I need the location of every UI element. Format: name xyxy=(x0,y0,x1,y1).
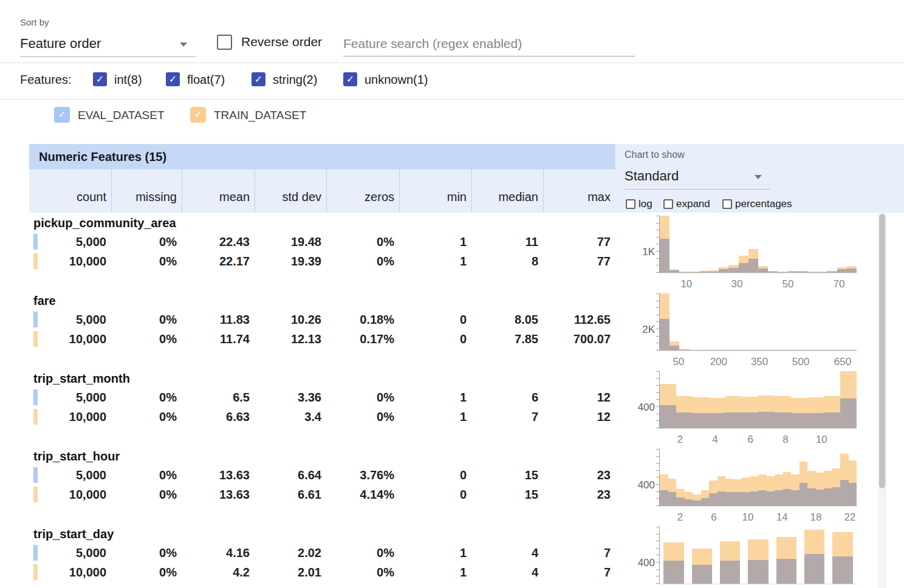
feature-block-trip_start_day: trip_start_day5,0000%4.162.020%14710,000… xyxy=(0,525,904,588)
stat-value: 7 xyxy=(532,410,538,424)
x-axis-tick-label: 200 xyxy=(710,356,727,368)
stat-zeros: 0% xyxy=(326,232,399,251)
column-header-mean: mean xyxy=(182,169,255,213)
histogram-bar-eval xyxy=(692,565,712,584)
x-axis-tick-label: 4 xyxy=(712,434,717,446)
stat-value: 4.2 xyxy=(233,566,250,579)
facets-overview-page: Sort by Feature order Reverse order Feat… xyxy=(0,0,904,588)
chart-type-value: Standard xyxy=(625,168,679,184)
y-axis-tick xyxy=(656,223,659,224)
histogram-bar-eval xyxy=(817,272,827,273)
stat-min: 1 xyxy=(399,407,471,426)
reverse-order-checkbox[interactable] xyxy=(217,35,232,50)
stat-median: 15 xyxy=(471,465,543,485)
percentages-checkbox[interactable] xyxy=(722,199,732,209)
stat-min: 0 xyxy=(399,465,471,485)
check-icon: ✓ xyxy=(194,110,202,120)
expand-checkbox[interactable] xyxy=(663,199,673,209)
histogram-bar-eval xyxy=(676,497,685,506)
feature-type-checkbox-unknown[interactable]: ✓ xyxy=(343,72,357,86)
stat-row-train: 10,0000%6.633.40%1712 xyxy=(29,407,615,426)
stat-mean: 11.83 xyxy=(182,310,255,329)
stat-row-eval: 5,0000%6.53.360%1612 xyxy=(29,388,615,407)
stat-std-dev: 6.61 xyxy=(255,485,326,504)
stat-row-train: 10,0000%13.636.614.14%01523 xyxy=(29,485,615,504)
y-axis-tick xyxy=(656,251,659,251)
stat-value: 77 xyxy=(597,255,611,268)
scrollbar-thumb[interactable] xyxy=(879,214,885,488)
stat-value: 19.39 xyxy=(291,255,321,268)
stat-zeros: 0% xyxy=(326,388,399,407)
feature-stats: trip_start_hour5,0000%13.636.643.76%0152… xyxy=(29,447,615,504)
chart-type-dropdown[interactable]: Standard xyxy=(625,164,770,190)
stat-value: 0.18% xyxy=(360,313,394,327)
stat-value: 3.4 xyxy=(304,410,321,424)
stat-value: 12.13 xyxy=(291,332,321,346)
y-axis-tick xyxy=(656,336,659,337)
stat-value: 0% xyxy=(377,391,394,405)
sort-by-dropdown[interactable]: Feature order xyxy=(20,30,196,57)
stat-value: 1 xyxy=(460,391,467,405)
stat-median: 11 xyxy=(471,232,543,251)
stat-max: 77 xyxy=(543,232,615,251)
y-axis-tick xyxy=(656,484,659,485)
histogram-bar-eval xyxy=(807,488,816,506)
stat-zeros: 0% xyxy=(326,251,399,271)
x-axis-tick-label: 22 xyxy=(844,511,855,524)
stat-median: 7 xyxy=(471,407,543,426)
y-axis-tick xyxy=(656,265,659,265)
stat-mean: 11.74 xyxy=(182,329,255,349)
stat-value: 10,000 xyxy=(69,255,106,268)
feature-block-fare: fare5,0000%11.8310.260.18%08.05112.6510,… xyxy=(0,292,904,369)
feature-type-checkbox-string[interactable]: ✓ xyxy=(252,72,265,86)
stat-mean: 22.43 xyxy=(182,232,255,251)
x-axis-tick-label: 500 xyxy=(792,356,809,368)
stat-value: 700.07 xyxy=(574,332,611,346)
histogram-bar-eval xyxy=(791,490,800,506)
stat-value: 0% xyxy=(159,410,177,424)
histogram-bar-eval xyxy=(788,350,798,350)
feature-type-checkbox-int[interactable]: ✓ xyxy=(93,72,107,86)
stat-value: 5,000 xyxy=(76,235,106,249)
histogram-bar-eval xyxy=(725,492,734,506)
y-axis-label: 2K xyxy=(629,324,655,336)
stat-count: 5,000 xyxy=(29,232,111,251)
stat-row-train: 10,0000%4.22.010%147 xyxy=(29,562,615,582)
stat-value: 0% xyxy=(377,566,394,579)
stat-median: 4 xyxy=(471,562,543,582)
feature-search-input[interactable] xyxy=(343,32,635,56)
histogram-bar-eval xyxy=(719,269,728,273)
histogram-bar-eval xyxy=(775,412,791,428)
column-header-max: max xyxy=(543,169,615,213)
feature-type-checkbox-float[interactable]: ✓ xyxy=(166,72,180,86)
histogram-bar-eval xyxy=(728,268,738,273)
y-axis-tick xyxy=(656,449,659,450)
eval-dataset-checkbox[interactable]: ✓ xyxy=(54,107,70,123)
histogram-bar-eval xyxy=(742,492,750,507)
x-axis-labels: 246810 xyxy=(659,434,857,446)
stat-zeros: 0.17% xyxy=(326,329,399,349)
histogram-pickup_community_area: 1K xyxy=(659,216,857,273)
histogram-bar-eval xyxy=(840,480,849,506)
stat-std-dev: 10.26 xyxy=(255,310,326,329)
histogram-bar-eval xyxy=(837,350,847,350)
stat-row-train: 10,0000%11.7412.130.17%07.85700.07 xyxy=(29,329,615,349)
check-icon: ✓ xyxy=(96,75,104,84)
column-header-min: min xyxy=(399,169,471,213)
train-dataset-checkbox[interactable]: ✓ xyxy=(190,107,206,123)
stat-value: 1 xyxy=(460,235,467,249)
stat-std-dev: 12.13 xyxy=(255,329,326,349)
log-checkbox[interactable] xyxy=(626,199,635,209)
histogram-bar-eval xyxy=(816,490,824,506)
expand-label: expand xyxy=(676,198,710,210)
histogram-bar-eval xyxy=(693,501,701,506)
y-axis-tick xyxy=(656,569,659,570)
stat-value: 7 xyxy=(604,566,611,579)
divider xyxy=(0,63,904,63)
stat-value: 112.65 xyxy=(574,313,611,327)
y-axis-tick xyxy=(656,477,659,477)
x-axis-tick-label: 10 xyxy=(742,511,753,524)
stat-missing: 0% xyxy=(111,232,182,251)
y-axis-tick xyxy=(656,406,659,407)
stat-row-eval: 5,0000%13.636.643.76%01523 xyxy=(29,465,615,485)
